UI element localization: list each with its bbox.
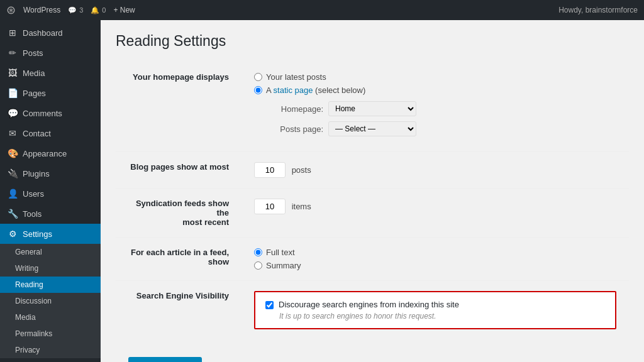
submenu-media[interactable]: Media [0, 309, 101, 326]
settings-icon: ⚙ [8, 229, 18, 239]
syndication-label: Syndication feeds show the most recent [116, 189, 242, 238]
submenu-general[interactable]: General [0, 244, 101, 260]
search-visibility-checkbox-label: Discourage search engines from indexing … [279, 300, 459, 309]
users-icon: 👤 [8, 189, 18, 199]
homepage-options: Your latest posts A static page (select … [242, 62, 629, 152]
latest-posts-radio[interactable] [254, 73, 262, 81]
sidebar: ⊞ Dashboard ✏ Posts 🖼 Media 📄 Pages 💬 Co… [0, 20, 101, 362]
sidebar-item-settings[interactable]: ⚙ Settings [0, 224, 101, 244]
posts-page-select-row: Posts page: — Select — [267, 121, 616, 136]
plugins-icon: 🔌 [8, 168, 18, 178]
new-content-button[interactable]: + New [113, 6, 135, 14]
appearance-icon: 🎨 [8, 148, 18, 158]
sidebar-item-pages[interactable]: 📄 Pages [0, 83, 101, 103]
media-icon: 🖼 [8, 68, 18, 78]
sidebar-item-dashboard[interactable]: ⊞ Dashboard [0, 23, 101, 43]
blog-pages-label: Blog pages show at most [116, 152, 242, 189]
comments-icon: 💬 [8, 108, 18, 118]
posts-page-label: Posts page: [267, 124, 323, 134]
feed-article-row: For each article in a feed, show Full te… [116, 238, 629, 281]
dashboard-icon: ⊞ [8, 28, 18, 38]
feed-article-label: For each article in a feed, show [116, 238, 242, 281]
comments-count[interactable]: 💬 3 [68, 6, 83, 14]
blog-pages-value-cell: posts [242, 152, 629, 189]
homepage-label: Your homepage displays [116, 62, 242, 152]
settings-footer: Save Changes [116, 339, 629, 362]
save-changes-button[interactable]: Save Changes [128, 357, 202, 362]
full-text-radio[interactable] [254, 248, 262, 256]
blog-pages-row: Blog pages show at most posts [116, 152, 629, 189]
sidebar-item-appearance[interactable]: 🎨 Appearance [0, 143, 101, 163]
syndication-row: Syndication feeds show the most recent i… [116, 189, 629, 238]
sidebar-item-tools[interactable]: 🔧 Tools [0, 204, 101, 224]
sidebar-item-comments[interactable]: 💬 Comments [0, 103, 101, 123]
static-page-sub-settings: Homepage: Home Posts page: — Select — [267, 101, 616, 136]
page-title: Reading Settings [116, 33, 629, 50]
sidebar-item-plugins[interactable]: 🔌 Plugins [0, 163, 101, 184]
submenu-privacy[interactable]: Privacy [0, 342, 101, 358]
syndication-input[interactable] [254, 199, 286, 214]
blog-pages-input[interactable] [254, 162, 286, 178]
settings-table: Your homepage displays Your latest posts… [116, 62, 629, 339]
main-content: Reading Settings Your homepage displays … [101, 20, 644, 362]
static-page-link[interactable]: static page [274, 85, 313, 95]
submenu-reading[interactable]: Reading [0, 277, 101, 293]
search-visibility-cell: Discourage search engines from indexing … [242, 281, 629, 340]
tools-icon: 🔧 [8, 209, 18, 219]
static-page-radio[interactable] [254, 86, 262, 94]
search-visibility-row: Search Engine Visibility Discourage sear… [116, 281, 629, 340]
summary-radio-label[interactable]: Summary [254, 261, 616, 270]
pages-icon: 📄 [8, 88, 18, 98]
search-visibility-check-row: Discourage search engines from indexing … [265, 300, 605, 309]
settings-submenu: General Writing Reading Discussion Media… [0, 244, 101, 358]
summary-radio[interactable] [254, 261, 262, 270]
site-name[interactable]: WordPress [23, 6, 60, 14]
homepage-select-row: Homepage: Home [267, 101, 616, 116]
submenu-discussion[interactable]: Discussion [0, 293, 101, 309]
homepage-select[interactable]: Home [328, 101, 416, 116]
posts-page-select[interactable]: — Select — [328, 121, 416, 136]
submenu-writing[interactable]: Writing [0, 260, 101, 277]
submenu-permalinks[interactable]: Permalinks [0, 326, 101, 342]
search-visibility-note: It is up to search engines to honor this… [279, 312, 605, 321]
full-text-radio-label[interactable]: Full text [254, 248, 616, 257]
contact-icon: ✉ [8, 128, 18, 138]
homepage-row: Your homepage displays Your latest posts… [116, 62, 629, 152]
feed-article-options: Full text Summary [242, 238, 629, 281]
latest-posts-radio-label[interactable]: Your latest posts [254, 72, 616, 82]
sidebar-item-media[interactable]: 🖼 Media [0, 63, 101, 83]
sidebar-item-users[interactable]: 👤 Users [0, 184, 101, 204]
wordpress-logo-icon: ⊛ [6, 3, 16, 17]
posts-icon: ✏ [8, 48, 18, 58]
homepage-select-label: Homepage: [267, 104, 323, 114]
static-page-radio-label[interactable]: A static page (select below) [254, 85, 616, 95]
search-visibility-box: Discourage search engines from indexing … [254, 291, 616, 329]
sidebar-item-contact[interactable]: ✉ Contact [0, 123, 101, 143]
sidebar-item-posts[interactable]: ✏ Posts [0, 43, 101, 63]
syndication-value-cell: items [242, 189, 629, 238]
updates-count[interactable]: 🔔 0 [91, 6, 106, 14]
topbar: ⊛ WordPress 💬 3 🔔 0 + New Howdy, brainst… [0, 0, 644, 20]
search-visibility-checkbox[interactable] [265, 301, 274, 309]
howdy-text: Howdy, brainstormforce [558, 6, 638, 14]
search-visibility-label: Search Engine Visibility [116, 281, 242, 340]
